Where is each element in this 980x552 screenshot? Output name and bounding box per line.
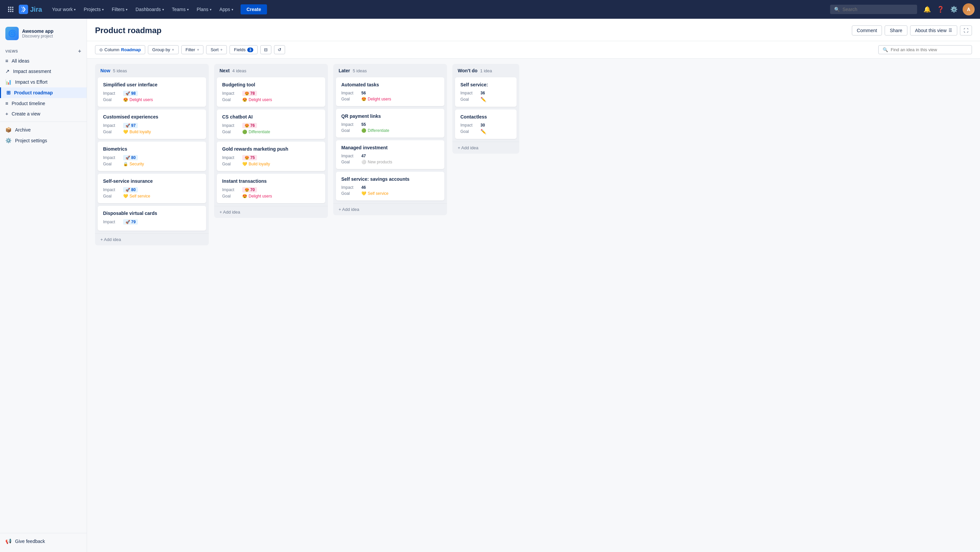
sidebar-item-project-settings[interactable]: ⚙️ Project settings — [0, 135, 87, 146]
later-label: Later — [339, 68, 350, 73]
all-ideas-icon: ≡ — [5, 58, 8, 64]
goal-tag: 😍 Delight users — [123, 97, 153, 102]
product-timeline-icon: ≡ — [5, 101, 8, 106]
sort-button[interactable]: Sort + — [206, 45, 227, 54]
now-label: Now — [100, 68, 110, 73]
comment-button[interactable]: Comment — [852, 26, 882, 35]
search-input[interactable] — [843, 7, 913, 12]
impact-effort-icon: 📊 — [5, 79, 12, 85]
avatar-initials: A — [967, 7, 970, 12]
later-count: 5 ideas — [353, 68, 367, 73]
column-now: Now 5 ideas Simplified user interface Im… — [95, 64, 209, 246]
add-idea-later[interactable]: + Add idea — [333, 203, 447, 215]
card-title: Self service: savings accounts — [341, 176, 439, 182]
avatar[interactable]: A — [963, 3, 975, 15]
impact-assessment-icon: ↗ — [5, 68, 10, 74]
card-contactless-partial[interactable]: Contactless Impact 30 Goal ✏️ — [455, 110, 517, 139]
sidebar-divider — [0, 121, 87, 122]
add-idea-wontdo[interactable]: + Add idea — [452, 142, 519, 154]
product-roadmap-icon: ⊞ — [6, 90, 11, 96]
settings-button[interactable]: ⚙️ — [948, 3, 960, 15]
sidebar-item-impact-assessment[interactable]: ↗ Impact assesment — [0, 66, 87, 77]
filter-button[interactable]: Filter + — [181, 45, 204, 54]
goal-tag: 🟢 Differentiate — [242, 129, 270, 134]
help-button[interactable]: ❓ — [934, 3, 947, 15]
card-managed-investment[interactable]: Managed investment Impact 47 Goal ⚪ New … — [336, 140, 444, 169]
nav-filters[interactable]: Filters ▾ — [108, 5, 131, 14]
sidebar-item-impact-effort[interactable]: 📊 Impact vs Effort — [0, 77, 87, 88]
search-box[interactable]: 🔍 — [830, 5, 917, 14]
wontdo-label: Won't do — [458, 68, 477, 73]
sidebar-item-create-view[interactable]: + Create a view — [0, 108, 87, 119]
impact-value: 47 — [361, 154, 366, 158]
impact-badge: 🚀 79 — [123, 219, 138, 225]
sidebar-divider-bottom — [0, 533, 87, 533]
sidebar-item-feedback[interactable]: 📢 Give feedback — [0, 536, 87, 547]
share-button[interactable]: Share — [885, 26, 907, 35]
create-button[interactable]: Create — [240, 4, 267, 14]
notifications-button[interactable]: 🔔 — [921, 3, 933, 15]
card-savings-accounts[interactable]: Self service: savings accounts Impact 46… — [336, 172, 444, 201]
card-customised-exp[interactable]: Customised experiences Impact 🚀 97 Goal — [98, 110, 206, 139]
feedback-icon: 📢 — [5, 538, 12, 544]
create-view-icon: + — [5, 111, 8, 116]
column-icon: ⊙ — [99, 48, 103, 52]
nav-projects[interactable]: Projects ▾ — [80, 5, 107, 14]
goal-edit-icon2: ✏️ — [480, 129, 486, 134]
card-qr-payment[interactable]: QR payment links Impact 55 Goal 🟢 Differ… — [336, 109, 444, 137]
board-search[interactable]: 🔍 — [878, 45, 972, 54]
board-search-input[interactable] — [891, 47, 967, 52]
add-idea-next[interactable]: + Add idea — [214, 206, 328, 218]
toolbar: ⊙ Column Roadmap Group by + Filter + Sor… — [87, 41, 980, 59]
impact-value: 30 — [480, 123, 485, 128]
card-virtual-cards[interactable]: Disposable virtual cards Impact 🚀 79 — [98, 206, 206, 231]
fullscreen-button[interactable]: ⛶ — [960, 26, 972, 35]
impact-badge: 😍 75 — [242, 155, 257, 160]
card-automated-tasks[interactable]: Automated tasks Impact 56 Goal 😍 Delight… — [336, 77, 444, 106]
card-title: Simplified user interface — [103, 82, 201, 88]
refresh-button[interactable]: ↺ — [274, 45, 285, 54]
add-idea-now[interactable]: + Add idea — [95, 233, 209, 246]
goal-tag: 💛 Build loyalty — [123, 129, 151, 134]
card-simplified-ui[interactable]: Simplified user interface Impact 🚀 98 Go… — [98, 77, 206, 107]
sidebar-item-all-ideas[interactable]: ≡ All ideas — [0, 56, 87, 66]
board: Now 5 ideas Simplified user interface Im… — [87, 59, 980, 552]
view-options-button[interactable]: ⊟ — [260, 45, 271, 54]
fields-badge: 3 — [247, 48, 253, 52]
card-title: Contactless — [460, 114, 511, 120]
goal-tag: ⚪ New products — [361, 160, 392, 164]
nav-your-work[interactable]: Your work ▾ — [49, 5, 79, 14]
next-count: 4 ideas — [232, 68, 246, 73]
card-self-service-insurance[interactable]: Self-service insurance Impact 🚀 80 Goal — [98, 174, 206, 203]
card-biometrics[interactable]: Biometrics Impact 🚀 80 Goal 🔒 — [98, 142, 206, 171]
nav-apps[interactable]: Apps ▾ — [216, 5, 237, 14]
sidebar-item-product-roadmap[interactable]: ⊞ Product roadmap — [0, 88, 87, 98]
fields-button[interactable]: Fields 3 — [229, 45, 258, 54]
logo[interactable]: Jira — [19, 5, 42, 14]
about-view-button[interactable]: About this view ☰ — [910, 26, 957, 35]
groupby-button[interactable]: Group by + — [148, 45, 179, 54]
card-cs-chatbot[interactable]: CS chatbot AI Impact 😍 76 Goal 🟢 — [217, 110, 325, 139]
sidebar-item-archive[interactable]: 📦 Archive — [0, 124, 87, 135]
add-view-button[interactable]: + — [78, 48, 81, 54]
card-title: Managed investment — [341, 145, 439, 150]
nav-dashboards[interactable]: Dashboards ▾ — [132, 5, 167, 14]
card-instant-transactions[interactable]: Instant transactions Impact 😍 70 Goal � — [217, 174, 325, 203]
nav-plans[interactable]: Plans ▾ — [193, 5, 215, 14]
column-button[interactable]: ⊙ Column Roadmap — [95, 45, 145, 54]
sidebar-item-product-timeline[interactable]: ≡ Product timeline — [0, 98, 87, 108]
goal-tag: 💛 Self service — [361, 191, 388, 196]
goal-tag: 💛 Build loyalty — [242, 162, 270, 166]
app-grid-button[interactable] — [5, 4, 16, 15]
impact-badge: 🚀 97 — [123, 123, 138, 128]
sidebar: 🌀 Awesome app Discovery project VIEWS + … — [0, 19, 87, 552]
nav-teams[interactable]: Teams ▾ — [169, 5, 192, 14]
card-budgeting-tool[interactable]: Budgeting tool Impact 😍 78 Goal 😍 — [217, 77, 325, 107]
card-self-service-partial[interactable]: Self service: Impact 36 Goal ✏️ — [455, 77, 517, 107]
goal-tag: 💛 Self service — [123, 194, 150, 198]
sort-plus-icon: + — [220, 48, 223, 52]
card-gold-rewards[interactable]: Gold rewards marketing push Impact 😍 75 … — [217, 142, 325, 171]
card-title: CS chatbot AI — [222, 114, 320, 120]
page-header: Product roadmap Comment Share About this… — [87, 19, 980, 41]
impact-badge: 😍 70 — [242, 187, 257, 193]
